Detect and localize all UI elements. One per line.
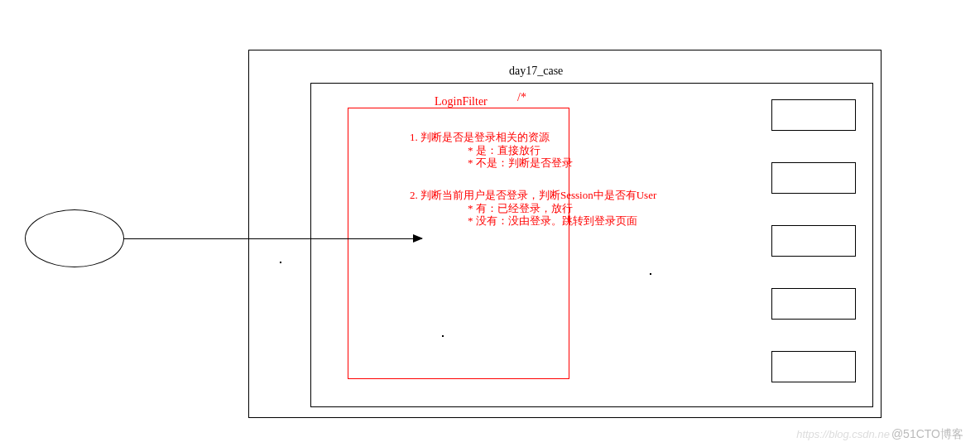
- resource-rect: [771, 288, 856, 320]
- resource-rect: [771, 351, 856, 382]
- watermark-csdn: https://blog.csdn.ne: [796, 428, 890, 440]
- login-filter-label: LoginFilter: [435, 95, 488, 108]
- resource-rect: [771, 225, 856, 257]
- section-1-line1: * 是：直接放行: [410, 144, 573, 157]
- section-2-line1: * 有：已经登录，放行: [410, 202, 656, 215]
- section-2-title: 2. 判断当前用户是否登录，判断Session中是否有User: [410, 189, 656, 202]
- resource-rect: [771, 99, 856, 131]
- outer-label: day17_case: [509, 65, 563, 78]
- section-1-line2: * 不是：判断是否登录: [410, 156, 573, 170]
- client-ellipse: [25, 209, 124, 267]
- dot: [280, 262, 281, 263]
- section-2: 2. 判断当前用户是否登录，判断Session中是否有User * 有：已经登录…: [410, 189, 656, 228]
- dot: [650, 273, 651, 275]
- section-1-title: 1. 判断是否是登录相关的资源: [410, 131, 573, 144]
- watermark: https://blog.csdn.ne@51CTO博客: [796, 427, 963, 442]
- section-1: 1. 判断是否是登录相关的资源 * 是：直接放行 * 不是：判断是否登录: [410, 131, 573, 170]
- request-arrow: [124, 238, 422, 239]
- resource-stack: [771, 99, 856, 382]
- slash-star-label: /*: [517, 91, 526, 104]
- dot: [442, 335, 444, 337]
- watermark-cto: @51CTO博客: [891, 427, 963, 440]
- resource-rect: [771, 162, 856, 194]
- section-2-line2: * 没有：没由登录。跳转到登录页面: [410, 214, 656, 228]
